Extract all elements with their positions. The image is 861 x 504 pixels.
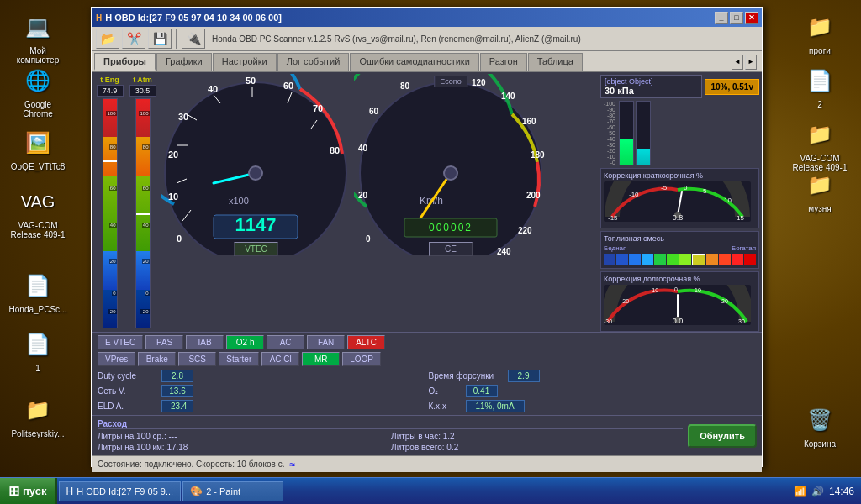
toolbar-delete-btn[interactable]: ✂️ — [122, 29, 145, 49]
tab-next-button[interactable]: ► — [745, 55, 757, 70]
pas-button[interactable]: PAS — [145, 335, 183, 349]
kxx-label: К.х.х — [429, 402, 462, 411]
obd-taskbar-icon: H — [66, 486, 74, 497]
o2-row: O₂ 0.41 — [429, 385, 758, 397]
loop-button[interactable]: LOOP — [342, 352, 381, 366]
tab-pribory[interactable]: Приборы — [94, 53, 156, 71]
close-button[interactable]: ✕ — [745, 12, 758, 24]
windows-logo: ⊞ — [8, 483, 19, 499]
tab-nastroyki[interactable]: Настройки — [213, 53, 277, 71]
t-eng-label: t Eng — [100, 76, 119, 84]
t-eng-bar: 100 80 60 40 20 0 -20 — [103, 98, 118, 328]
korrekt-dolgosrochnaya-label: Коррекция долгосрочная % — [604, 275, 756, 283]
taskbar-right: 📶 🔊 14:46 — [787, 486, 861, 497]
evtec-button[interactable]: E VTEC — [98, 335, 143, 349]
set-v-row: Сеть V. 13.6 — [98, 385, 426, 397]
bednaya-label: Бедная — [604, 244, 626, 252]
desktop-icon-politseyskiy[interactable]: 📁 Politseyrskiy... — [8, 393, 67, 438]
svg-text:0: 0 — [177, 234, 182, 244]
svg-text:0: 0 — [366, 234, 371, 244]
tab-prev-button[interactable]: ◄ — [732, 55, 743, 70]
desktop-icon-korzina[interactable]: 🗑️ Корзина — [790, 403, 849, 449]
desktop-icon-image[interactable]: 🖼️ OoQE_VTtTc8 — [8, 126, 67, 171]
desktop-icon-1[interactable]: 📄 1 — [8, 328, 67, 373]
tab-razgon[interactable]: Разгон — [480, 53, 527, 71]
maximize-button[interactable]: □ — [730, 12, 743, 24]
starter-button[interactable]: Starter — [219, 352, 259, 366]
svg-text:80: 80 — [330, 145, 340, 155]
chrome-icon: 🌐 — [21, 64, 55, 97]
fuel-bar — [604, 254, 756, 265]
drossel-display: 10%, 0.51v — [705, 79, 759, 95]
eld-value: -23.4 — [161, 400, 193, 412]
o2-label: O₂ — [429, 386, 462, 396]
desktop-icon-muznya[interactable]: 📁 музня — [790, 168, 849, 213]
desktop-icon-my-computer[interactable]: 💻 Мой компьютер — [8, 10, 67, 65]
btn-row-1: E VTEC PAS IAB O2 h AC FAN ALTC — [98, 335, 757, 349]
raskhod-title: Расход — [98, 419, 683, 429]
app-title-text: Honda OBD PC Scanner v.1.2.5 RvS (rvs_vs… — [212, 34, 581, 44]
svg-point-39 — [444, 166, 457, 180]
altc-button[interactable]: ALTC — [347, 335, 385, 349]
o2h-button[interactable]: O2 h — [226, 335, 264, 349]
svg-text:50: 50 — [246, 76, 256, 86]
desktop-icon-chrome[interactable]: 🌐 Google Chrome — [8, 64, 67, 118]
desktop-icon-progi-2[interactable]: 📁 VAG-COM Release 409-1 — [790, 118, 849, 172]
vpres-button[interactable]: VPres — [98, 352, 135, 366]
desktop-icon-vagcom[interactable]: VAG VAG-COM Release 409-1 — [8, 185, 67, 239]
svg-text:240: 240 — [497, 247, 511, 255]
iab-button[interactable]: IAB — [186, 335, 224, 349]
set-v-value: 13.6 — [161, 385, 193, 397]
status-text: Состояние: подключено. Скорость: 10 блок… — [98, 459, 284, 469]
svg-point-20 — [249, 166, 262, 180]
image-icon: 🖼️ — [21, 126, 55, 160]
minimize-button[interactable]: _ — [715, 12, 728, 24]
taskbar-item-paint[interactable]: 🎨 2 - Paint — [182, 481, 283, 501]
tab-log[interactable]: Лог событий — [277, 53, 350, 71]
tab-tablitsa[interactable]: Таблица — [528, 53, 583, 71]
toolbar-open-btn[interactable]: 📂 — [96, 29, 119, 49]
toolbar-save-btn[interactable]: 💾 — [148, 29, 172, 49]
ce-button[interactable]: CE — [429, 242, 473, 256]
tab-bar: Приборы Графики Настройки Лог событий Ош… — [92, 51, 762, 72]
btn-row-2: VPres Brake SCS Starter AC Cl MR LOOP — [98, 352, 757, 366]
mr-button[interactable]: MR — [302, 352, 340, 366]
desktop: 💻 Мой компьютер 📁 проги 🌐 Google Chrome … — [0, 0, 861, 504]
korrekt-kratkosrochnaya-label: Коррекция краткосрочная % — [604, 171, 756, 180]
accl-button[interactable]: AC Cl — [261, 352, 299, 366]
vtec-button[interactable]: VTEC — [234, 242, 278, 256]
speed-gauge-svg: 0 20 40 60 80 100 120 140 160 180 200 — [354, 74, 547, 255]
duty-cycle-label: Duty cycle — [98, 371, 158, 381]
toolbar-connect-btn[interactable]: 🔌 — [182, 29, 205, 49]
fan-button[interactable]: FAN — [307, 335, 345, 349]
svg-text:80: 80 — [400, 81, 410, 91]
status-icon: ≈ — [289, 459, 295, 470]
kxx-row: К.х.х 11%, 0mA — [429, 400, 758, 412]
desktop-icon-2[interactable]: 📄 2 — [790, 64, 849, 109]
ac-button[interactable]: AC — [267, 335, 304, 349]
network-icon: 📶 — [794, 486, 806, 497]
tab-errors[interactable]: Ошибки самодиагностики — [350, 53, 478, 71]
speed-gauge: 0 20 40 60 80 100 120 140 160 180 200 — [354, 74, 547, 258]
folder-icon-2: 📁 — [803, 118, 837, 151]
vremya-label: Время форсунки — [429, 371, 504, 381]
svg-text:20: 20 — [358, 191, 368, 200]
set-v-label: Сеть V. — [98, 386, 158, 396]
econo-label: Econo — [434, 76, 467, 87]
taskbar-item-obd[interactable]: H H OBD Id:[27 F9 05 9... — [59, 481, 182, 501]
start-button[interactable]: ⊞ пуск — [0, 478, 57, 505]
volume-icon: 🔊 — [811, 486, 824, 497]
tab-grafiki[interactable]: Графики — [156, 53, 212, 71]
title-bar: H H OBD Id:[27 F9 05 97 04 10 34 00 06 0… — [92, 8, 762, 27]
svg-text:30: 30 — [738, 318, 745, 324]
desktop-icon-honda[interactable]: 📄 Honda_PCSc... — [8, 269, 67, 314]
reset-button[interactable]: Обнулить — [688, 424, 757, 448]
brake-button[interactable]: Brake — [138, 352, 176, 366]
title-bar-controls: _ □ ✕ — [715, 12, 758, 24]
desktop-icon-proги-1[interactable]: 📁 проги — [790, 10, 849, 55]
svg-text:60: 60 — [369, 107, 379, 116]
svg-text:-30: -30 — [604, 318, 612, 324]
vagcom-icon: VAG — [21, 185, 55, 218]
rpm-gauge-svg: 0 10 20 30 40 50 60 70 80 x100 — [161, 74, 351, 255]
scs-button[interactable]: SCS — [178, 352, 216, 366]
